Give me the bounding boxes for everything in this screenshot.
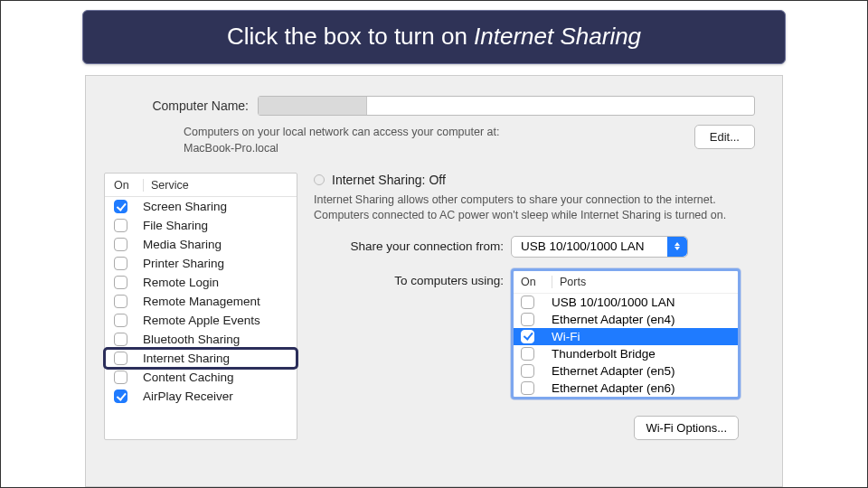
instruction-text-italic: Internet Sharing <box>474 23 641 50</box>
port-label: Ethernet Adapter (en6) <box>552 381 731 395</box>
service-checkbox[interactable] <box>114 295 127 308</box>
helper-line1: Computers on your local network can acce… <box>184 126 499 138</box>
instruction-banner: Click the box to turn on Internet Sharin… <box>82 10 786 64</box>
port-checkbox[interactable] <box>521 347 534 361</box>
port-row[interactable]: Ethernet Adapter (en4) <box>514 311 738 328</box>
service-label: File Sharing <box>143 219 289 232</box>
port-checkbox[interactable] <box>521 313 534 326</box>
details-panel: Internet Sharing: Off Internet Sharing a… <box>314 173 764 440</box>
service-checkbox[interactable] <box>114 314 127 327</box>
service-label: Content Caching <box>143 371 289 384</box>
service-row[interactable]: Internet Sharing <box>105 349 297 368</box>
service-checkbox[interactable] <box>114 200 127 213</box>
computer-name-helper: Computers on your local network can acce… <box>184 125 563 156</box>
service-row[interactable]: File Sharing <box>105 216 297 235</box>
helper-line2: MacBook-Pro.local <box>184 142 278 155</box>
service-checkbox[interactable] <box>114 371 127 384</box>
services-header-on: On <box>114 179 143 192</box>
port-label: Wi-Fi <box>552 330 731 343</box>
service-label: Media Sharing <box>143 238 289 251</box>
port-row[interactable]: Wi-Fi <box>514 328 738 345</box>
service-label: Bluetooth Sharing <box>143 333 289 346</box>
port-label: Ethernet Adapter (en4) <box>552 313 731 326</box>
port-checkbox[interactable] <box>521 364 534 378</box>
port-label: USB 10/100/1000 LAN <box>552 296 731 309</box>
service-label: Remote Login <box>143 276 289 289</box>
share-from-dropdown[interactable]: USB 10/100/1000 LAN <box>511 236 688 258</box>
to-computers-row: To computers using: On Ports USB 10/100/… <box>314 268 764 399</box>
ports-header: On Ports <box>514 271 738 294</box>
ports-header-on: On <box>521 276 552 288</box>
service-label: AirPlay Receiver <box>143 389 289 403</box>
wifi-options-row: Wi-Fi Options... <box>314 410 764 440</box>
port-label: Thunderbolt Bridge <box>552 347 731 361</box>
service-checkbox[interactable] <box>114 389 127 403</box>
services-list: On Service Screen SharingFile SharingMed… <box>104 173 297 440</box>
service-label: Remote Management <box>143 295 289 308</box>
service-checkbox[interactable] <box>114 257 127 270</box>
main-columns: On Service Screen SharingFile SharingMed… <box>86 164 782 440</box>
service-row[interactable]: Media Sharing <box>105 235 297 254</box>
service-checkbox[interactable] <box>114 219 127 232</box>
ports-header-ports: Ports <box>552 276 731 288</box>
computer-name-row: Computer Name: <box>86 76 782 121</box>
port-row[interactable]: Ethernet Adapter (en6) <box>514 380 738 397</box>
share-from-row: Share your connection from: USB 10/100/1… <box>314 236 764 258</box>
service-row[interactable]: Printer Sharing <box>105 254 297 273</box>
service-row[interactable]: Bluetooth Sharing <box>105 330 297 349</box>
status-row: Internet Sharing: Off <box>314 173 764 187</box>
service-label: Printer Sharing <box>143 257 289 270</box>
status-text: Internet Sharing: Off <box>332 173 446 187</box>
port-checkbox[interactable] <box>521 330 534 343</box>
computer-name-helper-row: Computers on your local network can acce… <box>86 121 782 164</box>
chevron-updown-icon <box>667 237 687 257</box>
services-header-service: Service <box>143 179 289 192</box>
port-row[interactable]: Thunderbolt Bridge <box>514 345 738 362</box>
ports-list: On Ports USB 10/100/1000 LANEthernet Ada… <box>511 268 741 399</box>
service-row[interactable]: Remote Apple Events <box>105 311 297 330</box>
service-label: Remote Apple Events <box>143 314 289 327</box>
share-from-label: Share your connection from: <box>314 239 511 253</box>
service-row[interactable]: Content Caching <box>105 368 297 387</box>
service-row[interactable]: Screen Sharing <box>105 197 297 216</box>
services-header: On Service <box>105 174 297 197</box>
computer-name-label: Computer Name: <box>113 99 249 113</box>
share-from-value: USB 10/100/1000 LAN <box>512 239 667 253</box>
instruction-text-prefix: Click the box to turn on <box>227 23 474 50</box>
to-computers-label: To computers using: <box>314 268 511 287</box>
computer-name-input[interactable] <box>258 96 755 116</box>
service-row[interactable]: Remote Management <box>105 292 297 311</box>
port-row[interactable]: USB 10/100/1000 LAN <box>514 294 738 311</box>
service-label: Screen Sharing <box>143 200 289 213</box>
service-label: Internet Sharing <box>143 352 289 365</box>
tutorial-slide: Click the box to turn on Internet Sharin… <box>0 0 868 488</box>
service-checkbox[interactable] <box>114 238 127 251</box>
service-checkbox[interactable] <box>114 333 127 346</box>
port-row[interactable]: Ethernet Adapter (en5) <box>514 362 738 380</box>
port-checkbox[interactable] <box>521 296 534 309</box>
sharing-prefpane: Computer Name: Computers on your local n… <box>85 75 783 487</box>
service-checkbox[interactable] <box>114 276 127 289</box>
service-row[interactable]: Remote Login <box>105 273 297 292</box>
edit-button[interactable]: Edit... <box>694 125 755 149</box>
service-checkbox[interactable] <box>114 352 127 365</box>
port-checkbox[interactable] <box>521 381 534 395</box>
port-label: Ethernet Adapter (en5) <box>552 364 731 378</box>
status-indicator-icon <box>314 174 325 185</box>
description-text: Internet Sharing allows other computers … <box>314 192 730 223</box>
wifi-options-button[interactable]: Wi-Fi Options... <box>634 416 739 440</box>
service-row[interactable]: AirPlay Receiver <box>105 387 297 406</box>
computer-name-segment <box>259 97 367 115</box>
